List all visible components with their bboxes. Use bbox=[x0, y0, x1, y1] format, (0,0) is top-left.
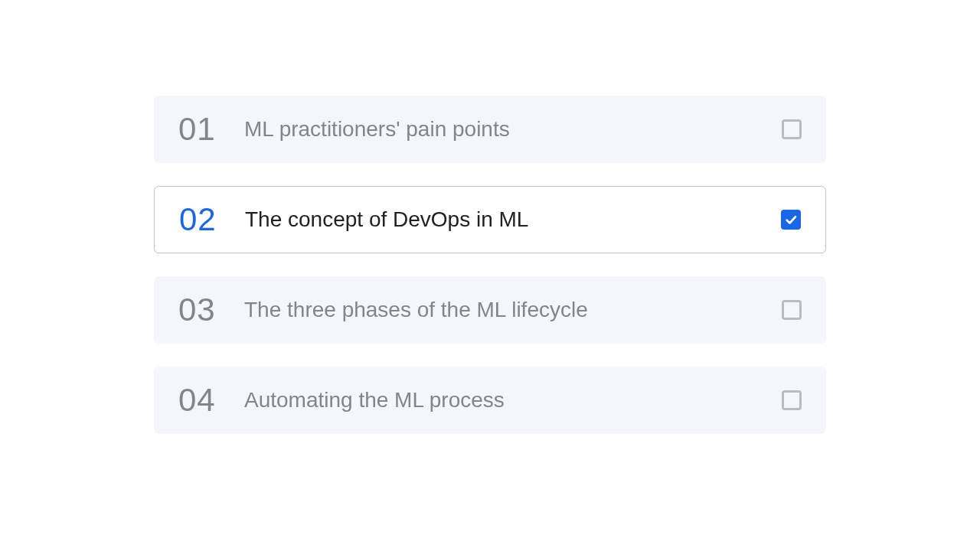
topic-item-02[interactable]: 02 The concept of DevOps in ML bbox=[154, 186, 826, 253]
topic-number: 03 bbox=[178, 292, 244, 328]
topic-number: 04 bbox=[178, 382, 244, 419]
topic-label: Automating the ML process bbox=[244, 388, 782, 412]
checkbox-checked-icon bbox=[781, 210, 801, 230]
checkbox-icon bbox=[782, 119, 802, 139]
topic-list: 01 ML practitioners' pain points 02 The … bbox=[154, 96, 826, 434]
checkbox-icon bbox=[782, 390, 802, 410]
topic-number: 02 bbox=[179, 201, 245, 238]
topic-number: 01 bbox=[178, 111, 244, 148]
topic-label: The concept of DevOps in ML bbox=[245, 207, 781, 232]
topic-item-01[interactable]: 01 ML practitioners' pain points bbox=[154, 96, 826, 163]
topic-label: ML practitioners' pain points bbox=[244, 117, 782, 142]
checkbox-icon bbox=[782, 300, 802, 320]
topic-label: The three phases of the ML lifecycle bbox=[244, 298, 782, 322]
topic-item-04[interactable]: 04 Automating the ML process bbox=[154, 367, 826, 434]
topic-item-03[interactable]: 03 The three phases of the ML lifecycle bbox=[154, 276, 826, 344]
